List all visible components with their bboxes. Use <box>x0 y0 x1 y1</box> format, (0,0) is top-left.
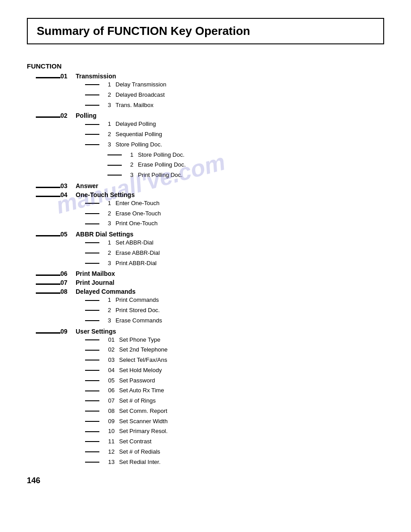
code-04: 04 <box>60 191 72 198</box>
title-box: Summary of FUNCTION Key Operation <box>27 18 384 44</box>
section-answer: 03 Answer <box>36 182 384 189</box>
hline <box>85 84 99 85</box>
hline <box>85 400 99 401</box>
name-print-journal: Print Journal <box>76 279 114 286</box>
hline <box>85 223 99 224</box>
hline <box>107 175 122 176</box>
hline-01 <box>36 77 60 78</box>
hline-09 <box>36 332 60 334</box>
entry-erase-polling-doc: 2 Erase Polling Doc. <box>107 160 384 170</box>
section-delayed-commands: 08 Delayed Commands <box>36 288 384 295</box>
hline <box>85 203 99 204</box>
code-01: 01 <box>60 73 72 80</box>
entry-set-primary-resol: 10 Set Primary Resol. <box>85 426 384 437</box>
hline-02 <box>36 116 60 118</box>
hline <box>85 390 99 391</box>
name-one-touch: One-Touch Settings <box>76 191 135 198</box>
name-polling: Polling <box>76 112 97 119</box>
hline <box>85 462 99 463</box>
code-03: 03 <box>60 182 72 189</box>
user-settings-entries: 01 Set Phone Type 02 Set 2nd Telephone 0… <box>85 335 384 468</box>
hline-04 <box>36 196 60 197</box>
name-abbr-dial: ABBR Dial Settings <box>76 231 133 238</box>
hline-03 <box>36 187 60 188</box>
section-print-mailbox: 06 Print Mailbox <box>36 270 384 277</box>
name-user-settings: User Settings <box>76 328 116 335</box>
entry-set-auto-rx-time: 06 Set Auto Rx Time <box>85 386 384 396</box>
hline <box>107 165 122 166</box>
hline <box>85 144 99 145</box>
hline <box>85 134 99 135</box>
code-05: 05 <box>60 231 72 238</box>
hline <box>85 370 99 371</box>
hline <box>85 360 99 360</box>
entry-erase-commands: 3 Erase Commands <box>85 316 384 326</box>
entry-print-commands: 1 Print Commands <box>85 295 384 305</box>
entry-store-polling-doc-1: 1 Store Polling Doc. <box>107 150 384 160</box>
entry-print-polling-doc: 3 Print Polling Doc. <box>107 170 384 180</box>
hline-08 <box>36 292 60 294</box>
hline <box>85 124 99 125</box>
hline <box>107 154 122 155</box>
entry-set-scanner-width: 09 Set Scanner Width <box>85 416 384 427</box>
page-title: Summary of FUNCTION Key Operation <box>37 24 374 38</box>
section-one-touch: 04 One-Touch Settings <box>36 191 384 198</box>
entry-set-abbr-dial: 1 Set ABBR-Dial <box>85 238 384 248</box>
entry-sequential-polling: 2 Sequential Polling <box>85 129 384 140</box>
hline <box>85 94 99 95</box>
name-delayed-commands: Delayed Commands <box>76 288 136 295</box>
name-print-mailbox: Print Mailbox <box>76 270 115 277</box>
hline-05 <box>36 235 60 236</box>
entry-delay-transmission: 1 Delay Transmission <box>85 80 384 90</box>
sub-entries-02: 1 Delayed Polling 2 Sequential Polling 3… <box>85 119 384 180</box>
hline <box>85 213 99 214</box>
hline <box>85 105 99 106</box>
entry-erase-one-touch: 2 Erase One-Touch <box>85 209 384 219</box>
hline <box>85 350 99 351</box>
main-tree: 01 Transmission 1 Delay Transmission 2 D… <box>36 73 384 467</box>
code-06: 06 <box>60 270 72 277</box>
code-09: 09 <box>60 328 72 335</box>
entry-select-tel-fax-ans: 03 Select Tel/Fax/Ans <box>85 355 384 365</box>
section-transmission: 01 Transmission <box>36 73 384 80</box>
page: Summary of FUNCTION Key Operation manual… <box>0 0 411 532</box>
sub-entries-04: 1 Enter One-Touch 2 Erase One-Touch 3 Pr… <box>85 198 384 229</box>
entry-print-one-touch: 3 Print One-Touch <box>85 219 384 229</box>
page-number: 146 <box>27 476 384 485</box>
sub-entries-01: 1 Delay Transmission 2 Delayed Broadcast… <box>85 80 384 110</box>
name-answer: Answer <box>76 182 98 189</box>
code-08: 08 <box>60 288 72 295</box>
hline <box>85 431 99 432</box>
entry-set-hold-melody: 04 Set Hold Melody <box>85 365 384 376</box>
section-abbr-dial: 05 ABBR Dial Settings <box>36 231 384 238</box>
hline <box>85 242 99 243</box>
entry-print-stored-doc: 2 Print Stored Doc. <box>85 305 384 316</box>
section-print-journal: 07 Print Journal <box>36 279 384 286</box>
entry-set-password: 05 Set Password <box>85 376 384 386</box>
hline <box>85 300 99 301</box>
entry-set-phone-type: 01 Set Phone Type <box>85 335 384 345</box>
entry-print-abbr-dial: 3 Print ABBR-Dial <box>85 258 384 269</box>
hline <box>85 263 99 264</box>
entry-set-comm-report: 08 Set Comm. Report <box>85 406 384 416</box>
entry-set-num-of-redials: 12 Set # of Redials <box>85 447 384 457</box>
hline <box>85 411 99 412</box>
entry-set-2nd-telephone: 02 Set 2nd Telephone <box>85 345 384 355</box>
entry-store-polling-doc: 3 Store Polling Doc. <box>85 140 384 150</box>
hline <box>85 253 99 253</box>
entry-enter-one-touch: 1 Enter One-Touch <box>85 198 384 209</box>
sub-entries-05: 1 Set ABBR-Dial 2 Erase ABBR-Dial 3 Prin… <box>85 238 384 268</box>
subsub-entries-02-3: 1 Store Polling Doc. 2 Erase Polling Doc… <box>107 150 384 180</box>
entry-set-contrast: 11 Set Contrast <box>85 437 384 447</box>
entry-set-num-of-rings: 07 Set # of Rings <box>85 396 384 406</box>
hline <box>85 441 99 442</box>
entry-trans-mailbox: 3 Trans. Mailbox <box>85 100 384 111</box>
entry-set-redial-inter: 13 Set Redial Inter. <box>85 457 384 468</box>
hline <box>85 380 99 381</box>
entry-delayed-polling: 1 Delayed Polling <box>85 119 384 129</box>
entry-delayed-broadcast: 2 Delayed Broadcast <box>85 90 384 100</box>
hline <box>85 310 99 311</box>
hline <box>85 421 99 422</box>
sub-entries-08: 1 Print Commands 2 Print Stored Doc. 3 E… <box>85 295 384 326</box>
hline-06 <box>36 275 60 276</box>
